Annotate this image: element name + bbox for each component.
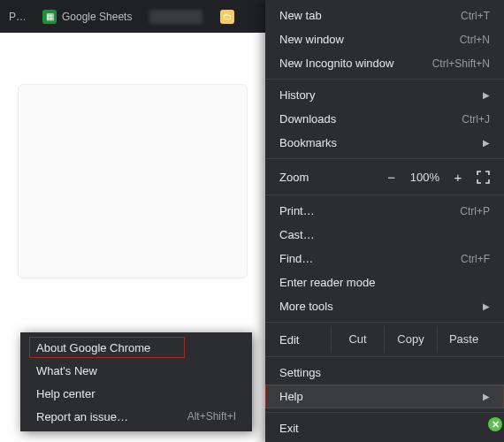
menu-label: About Google Chrome	[36, 341, 236, 354]
menu-history[interactable]: History ▶	[265, 83, 504, 107]
zoom-in-button[interactable]: +	[452, 171, 464, 184]
submenu-help-center[interactable]: Help center	[20, 382, 252, 405]
menu-label: History	[279, 88, 474, 102]
menu-shortcut: Ctrl+N	[428, 34, 490, 46]
menu-cast[interactable]: Cast…	[265, 223, 504, 247]
browser-tab[interactable]: Ph…	[0, 0, 34, 33]
menu-exit[interactable]: Exit	[265, 416, 504, 440]
menu-more-tools[interactable]: More tools ▶	[265, 294, 504, 318]
submenu-about-chrome[interactable]: About Google Chrome	[20, 336, 252, 359]
zoom-controls: − 100% +	[386, 171, 490, 184]
sheets-icon: ▦	[42, 10, 57, 24]
menu-label: Zoom	[279, 171, 386, 184]
menu-label: Report an issue…	[36, 410, 187, 423]
edit-paste-button[interactable]: Paste	[437, 326, 490, 353]
submenu-arrow-icon: ▶	[483, 301, 490, 311]
menu-label: Cast…	[279, 228, 490, 241]
close-ad-icon[interactable]: ✕	[488, 417, 502, 431]
menu-new-tab[interactable]: New tab Ctrl+T	[265, 4, 504, 27]
menu-label: Help	[279, 390, 474, 403]
menu-label: New tab	[279, 9, 419, 22]
folder-icon: 🗀	[220, 10, 234, 24]
menu-new-window[interactable]: New window Ctrl+N	[265, 27, 504, 51]
menu-zoom: Zoom − 100% +	[265, 163, 504, 191]
menu-settings[interactable]: Settings	[265, 361, 504, 385]
menu-label: Edit	[279, 333, 331, 347]
menu-reader-mode[interactable]: Enter reader mode	[265, 271, 504, 294]
tab-label: Google Sheets	[62, 11, 132, 23]
menu-separator	[265, 79, 504, 80]
tab-label: Ph…	[9, 11, 25, 23]
menu-separator	[265, 158, 504, 159]
menu-help[interactable]: Help ▶	[265, 385, 504, 408]
menu-label: Settings	[279, 366, 490, 379]
submenu-arrow-icon: ▶	[483, 90, 490, 100]
menu-downloads[interactable]: Downloads Ctrl+J	[265, 107, 504, 131]
menu-label: Find…	[279, 252, 419, 265]
menu-separator	[265, 356, 504, 357]
submenu-report-issue[interactable]: Report an issue… Alt+Shift+I	[20, 405, 252, 428]
menu-shortcut: Ctrl+J	[428, 113, 490, 126]
menu-label: What's New	[36, 364, 236, 377]
viewport: Ph… ▦ Google Sheets 🗀 New tab Ctrl+T New…	[0, 0, 504, 442]
chrome-main-menu: New tab Ctrl+T New window Ctrl+N New Inc…	[265, 0, 504, 442]
menu-shortcut: Ctrl+T	[428, 10, 490, 22]
submenu-whats-new[interactable]: What's New	[20, 359, 252, 382]
menu-label: Help center	[36, 387, 236, 400]
menu-find[interactable]: Find… Ctrl+F	[265, 247, 504, 271]
blurred-tab-icon	[149, 10, 202, 24]
menu-separator	[265, 322, 504, 323]
fullscreen-icon[interactable]	[477, 171, 490, 184]
zoom-out-button[interactable]: −	[386, 171, 398, 184]
menu-separator	[265, 194, 504, 195]
toolbar-area	[0, 33, 265, 57]
zoom-value: 100%	[410, 171, 439, 184]
menu-label: Downloads	[279, 112, 419, 126]
submenu-arrow-icon: ▶	[483, 138, 490, 148]
edit-cut-button[interactable]: Cut	[331, 326, 384, 353]
menu-print[interactable]: Print… Ctrl+P	[265, 199, 504, 223]
menu-bookmarks[interactable]: Bookmarks ▶	[265, 131, 504, 155]
menu-shortcut: Alt+Shift+I	[187, 410, 236, 423]
menu-edit: Edit Cut Copy Paste	[265, 326, 504, 353]
menu-shortcut: Ctrl+Shift+N	[428, 57, 490, 70]
menu-label: Enter reader mode	[279, 276, 490, 289]
menu-shortcut: Ctrl+P	[428, 205, 490, 217]
menu-label: Print…	[279, 204, 419, 217]
menu-label: Exit	[279, 422, 490, 435]
edit-copy-button[interactable]: Copy	[384, 326, 437, 353]
browser-tab[interactable]: ▦ Google Sheets	[34, 0, 141, 33]
content-card	[18, 84, 248, 278]
browser-tab[interactable]: 🗀	[211, 0, 238, 33]
menu-label: Bookmarks	[279, 136, 474, 149]
browser-tab[interactable]	[141, 0, 211, 33]
menu-separator	[265, 412, 504, 413]
menu-label: More tools	[279, 300, 474, 313]
submenu-arrow-icon: ▶	[483, 392, 490, 401]
menu-new-incognito[interactable]: New Incognito window Ctrl+Shift+N	[265, 51, 504, 75]
help-submenu: About Google Chrome What's New Help cent…	[20, 332, 252, 431]
menu-shortcut: Ctrl+F	[428, 253, 490, 265]
menu-label: New Incognito window	[279, 57, 419, 70]
menu-label: New window	[279, 33, 419, 46]
